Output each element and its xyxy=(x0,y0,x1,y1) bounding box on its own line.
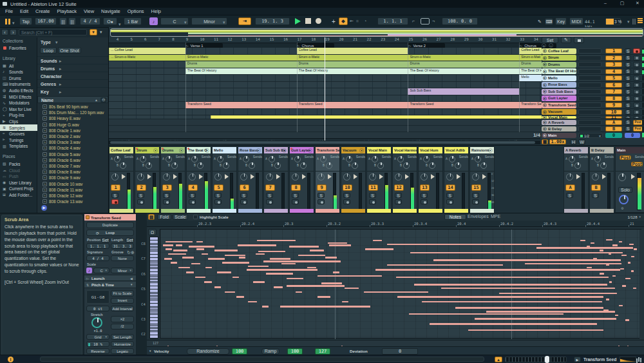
arrangement-clip[interactable]: The Beat Of Hi xyxy=(519,68,542,75)
volume-fader-handle[interactable] xyxy=(276,174,280,179)
fold-button[interactable]: Fold xyxy=(157,214,171,220)
strip-header[interactable]: Rose Bass▼ xyxy=(238,147,262,153)
arrangement-clip[interactable]: Strum-o-Matic xyxy=(408,55,519,61)
midi-note[interactable] xyxy=(625,319,629,321)
time-signature-field[interactable]: 4 / 4 xyxy=(80,17,100,25)
computer-midi-keyboard-icon[interactable]: ⌨ xyxy=(545,18,553,25)
strip-chevron-icon[interactable]: ▼ xyxy=(308,148,312,153)
pan-knob[interactable] xyxy=(369,173,376,181)
strip-number[interactable]: 11 xyxy=(368,184,378,191)
pan-knob[interactable] xyxy=(317,173,325,181)
strip-number[interactable]: 5 xyxy=(214,184,223,191)
levels-icon[interactable] xyxy=(638,357,639,362)
filter-group-sounds[interactable]: Sounds▸ xyxy=(37,56,108,64)
track-solo-button[interactable]: S xyxy=(625,69,631,74)
track-header-pill[interactable]: ▶Rose Bass xyxy=(542,82,576,88)
midi-note[interactable] xyxy=(173,250,187,251)
midi-note[interactable] xyxy=(287,285,345,287)
midi-note[interactable] xyxy=(225,255,245,257)
midi-note[interactable] xyxy=(499,293,615,295)
track-post-toggle[interactable]: Post xyxy=(633,126,643,132)
midi-note[interactable] xyxy=(248,301,257,303)
clip-groove-value[interactable]: None xyxy=(111,255,134,261)
search-options-chevron-icon[interactable]: ▾ xyxy=(100,30,102,35)
clip-duplicate-button[interactable]: Duplicate xyxy=(86,222,134,228)
sidebar-item-midi-effects[interactable]: ⇶MIDI Effects xyxy=(0,93,37,100)
midi-note[interactable] xyxy=(620,268,624,270)
close-button[interactable]: ✕ xyxy=(632,1,643,6)
arrangement-clip[interactable]: Transform Seed xyxy=(185,102,297,108)
track-arm-button[interactable] xyxy=(633,83,640,88)
midi-note[interactable] xyxy=(325,257,337,259)
tab-envelopes[interactable]: Envelopes xyxy=(468,214,489,220)
launch-section-bar[interactable]: ▷Launch◀ xyxy=(84,275,136,281)
pan-knob[interactable] xyxy=(395,173,402,181)
loop-length-field[interactable]: 108. 0. 0 xyxy=(442,17,478,25)
follow-button[interactable]: ⇥ xyxy=(238,17,251,25)
sidebar-item-max-for-live[interactable]: ◯Max for Live xyxy=(0,106,37,112)
track-arm-button[interactable] xyxy=(633,48,640,54)
send-knob-b[interactable] xyxy=(274,162,281,169)
midi-note[interactable] xyxy=(342,301,348,303)
list-item-sample[interactable]: ≈808 Oracle 8.wav xyxy=(37,169,108,175)
list-item-sample[interactable]: ≈808 Oracle 1.wav xyxy=(37,128,108,133)
collapse-icon[interactable]: ◀ xyxy=(130,277,134,281)
midi-note[interactable] xyxy=(414,284,607,286)
list-item-sample[interactable]: ≈808 Oracle 12.wav xyxy=(37,193,108,199)
send-knob-b[interactable] xyxy=(377,162,384,169)
track-device-slot[interactable] xyxy=(578,120,601,125)
midi-note[interactable] xyxy=(238,244,276,246)
strip-number[interactable]: 6 xyxy=(240,184,249,191)
midi-note[interactable] xyxy=(214,286,221,288)
menu-edit[interactable]: Edit xyxy=(20,8,28,14)
clip-header[interactable]: Transform Seed xyxy=(84,214,136,221)
filter-icon[interactable]: ▼ xyxy=(90,29,97,35)
strip-header[interactable]: B Delay xyxy=(590,147,614,153)
midi-note[interactable] xyxy=(182,257,194,259)
midi-note[interactable] xyxy=(622,285,626,287)
strip-solo[interactable]: S xyxy=(137,193,144,198)
midi-note[interactable] xyxy=(248,266,269,268)
midi-note[interactable] xyxy=(486,311,615,313)
toggle-loop[interactable]: Loop xyxy=(40,47,57,54)
position-set-button[interactable]: Set xyxy=(101,238,109,243)
send-knob-a[interactable] xyxy=(569,156,575,162)
send-knob-a[interactable] xyxy=(320,156,327,162)
send-knob-a[interactable] xyxy=(449,156,455,162)
hamburger-menu-icon[interactable] xyxy=(638,18,643,19)
clip-scale-name-menu[interactable]: Minor▼ xyxy=(111,268,134,273)
arrangement-clip[interactable]: The Beat Of History xyxy=(185,68,297,75)
volume-fader-handle[interactable] xyxy=(602,174,606,179)
volume-fader-handle[interactable] xyxy=(431,174,435,179)
send-knob-b[interactable] xyxy=(429,162,435,169)
midi-note[interactable] xyxy=(163,244,173,246)
volume-fader-handle[interactable] xyxy=(405,174,409,179)
send-knob-b[interactable] xyxy=(146,162,152,169)
midi-note[interactable] xyxy=(606,264,609,266)
post-toggle-a[interactable]: Post xyxy=(620,155,631,160)
midi-note[interactable] xyxy=(587,267,592,269)
track-solo-button[interactable]: S xyxy=(625,83,631,88)
track-device-slot[interactable] xyxy=(578,89,601,94)
send-knob-b[interactable] xyxy=(171,162,178,169)
pan-knob[interactable] xyxy=(266,173,273,181)
midi-note[interactable] xyxy=(176,244,182,246)
strip-solo[interactable]: S xyxy=(163,193,170,198)
pan-knob[interactable] xyxy=(472,173,479,181)
filter-group-key[interactable]: Key▸ xyxy=(37,87,108,95)
midi-note[interactable] xyxy=(593,258,597,260)
pan-knob[interactable] xyxy=(292,173,299,181)
arrangement-clip[interactable]: ... Strum-o-Matic xyxy=(109,55,185,61)
midi-note[interactable] xyxy=(222,262,249,264)
lock-envelopes-icon[interactable] xyxy=(574,37,584,43)
send-knob-b[interactable] xyxy=(574,162,581,169)
track-number-badge[interactable]: 7 xyxy=(605,89,622,94)
midi-note[interactable] xyxy=(205,267,212,269)
note-grid[interactable] xyxy=(160,229,641,338)
track-arm-button[interactable] xyxy=(633,69,640,74)
sidebar-item-templates[interactable]: ▥Templates xyxy=(0,143,37,150)
scale-name-menu[interactable]: Minor xyxy=(191,17,227,25)
preview-headphone-icon[interactable]: Ω xyxy=(148,229,156,235)
list-item-sample[interactable]: ≈808 Huge G.wav xyxy=(37,122,108,128)
strip-header[interactable]: Mello xyxy=(213,147,236,153)
